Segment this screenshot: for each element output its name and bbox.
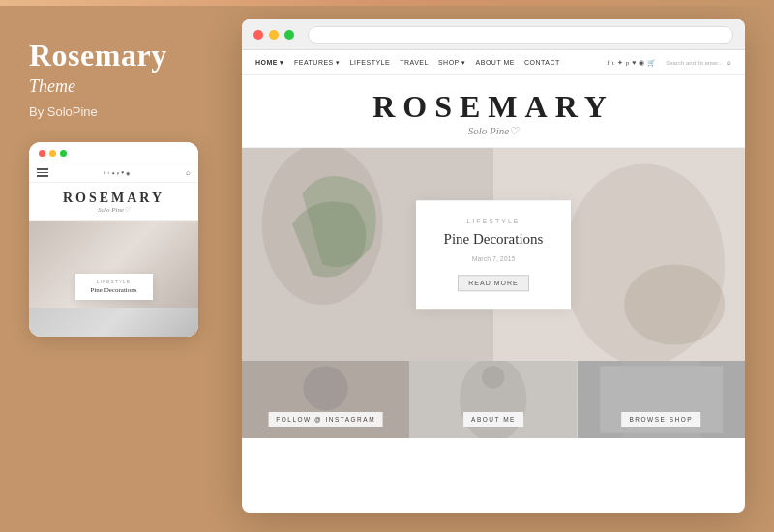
site-logo-area: ROSEMARY Solo Pine♡ xyxy=(242,75,745,148)
mobile-chrome xyxy=(29,142,198,163)
bottom-cell-about: ABOUT ME xyxy=(409,361,577,438)
mobile-hero-image: LIFESTYLE Pine Decorations xyxy=(29,221,198,308)
mobile-minimize-dot xyxy=(49,150,56,157)
twitter-icon: t xyxy=(107,170,108,175)
nav-home[interactable]: HOME ▾ xyxy=(255,59,284,67)
byline: By SoloPine xyxy=(29,104,203,119)
mobile-search-icon[interactable]: ⌕ xyxy=(186,168,191,177)
nav-twitter-icon[interactable]: t xyxy=(612,59,614,67)
hamburger-icon[interactable] xyxy=(37,168,48,177)
browser-address-bar[interactable] xyxy=(308,26,733,44)
mobile-card-category: LIFESTYLE xyxy=(83,279,145,284)
svg-rect-12 xyxy=(622,361,700,438)
bottom-cell-instagram: FOLLOW @ INSTAGRAM xyxy=(242,361,409,438)
site-logo-sub: Solo Pine♡ xyxy=(242,125,745,137)
svg-point-6 xyxy=(304,366,348,410)
mobile-logo-sub: Solo Pine♡ xyxy=(39,206,189,214)
hero-category: LIFESTYLE xyxy=(437,218,550,224)
about-me-label[interactable]: ABOUT ME xyxy=(463,412,523,427)
mobile-nav: f t ✦ p ♥ ◉ ⌕ xyxy=(29,163,198,183)
hero-title: Pine Decorations xyxy=(437,230,550,250)
bottom-cell-shop: BROWSE SHOP xyxy=(578,361,745,438)
svg-point-9 xyxy=(482,366,504,388)
mobile-post-card: LIFESTYLE Pine Decorations xyxy=(75,274,153,300)
nav-rss-icon[interactable]: ◉ xyxy=(639,59,644,67)
theme-label: Theme xyxy=(29,76,203,97)
mobile-card-title: Pine Decorations xyxy=(83,286,145,295)
mobile-bottom-strip xyxy=(29,308,198,337)
read-more-button[interactable]: READ MORE xyxy=(458,275,528,291)
site-logo-text: ROSEMARY xyxy=(242,89,745,125)
nav-features[interactable]: FEATURES ▾ xyxy=(294,59,341,67)
browser-minimize-dot[interactable] xyxy=(269,30,279,40)
search-placeholder: Search and hit enter... xyxy=(666,60,723,66)
bottom-strip: FOLLOW @ INSTAGRAM ABOUT ME xyxy=(242,361,745,438)
instagram-icon: ✦ xyxy=(111,170,115,176)
pinterest-icon: p xyxy=(117,170,120,175)
rss-icon: ◉ xyxy=(126,170,130,176)
website-content: HOME ▾ FEATURES ▾ LIFESTYLE TRAVEL SHOP … xyxy=(242,50,745,513)
browse-shop-label[interactable]: BROWSE SHOP xyxy=(622,412,701,427)
nav-search-icon[interactable]: ⌕ xyxy=(727,58,731,67)
nav-facebook-icon[interactable]: f xyxy=(607,59,609,67)
heart-icon: ♥ xyxy=(121,170,124,175)
theme-name: Rosemary xyxy=(29,39,203,73)
facebook-icon: f xyxy=(104,170,106,175)
site-nav: HOME ▾ FEATURES ▾ LIFESTYLE TRAVEL SHOP … xyxy=(242,50,745,75)
nav-shop[interactable]: SHOP ▾ xyxy=(438,59,466,67)
primary-nav: HOME ▾ FEATURES ▾ LIFESTYLE TRAVEL SHOP … xyxy=(255,59,560,67)
mobile-logo-text: ROSEMARY xyxy=(39,191,189,206)
nav-contact[interactable]: CONTACT xyxy=(524,59,560,66)
mobile-close-dot xyxy=(39,150,45,157)
sidebar: Rosemary Theme By SoloPine f t ✦ xyxy=(0,0,232,532)
mobile-social-bar: f t ✦ p ♥ ◉ xyxy=(104,170,131,176)
nav-social-icons: f t ✦ p ♥ ◉ 🛒 xyxy=(607,59,656,67)
nav-travel[interactable]: TRAVEL xyxy=(400,59,429,66)
browser-preview: HOME ▾ FEATURES ▾ LIFESTYLE TRAVEL SHOP … xyxy=(242,19,745,513)
shop-cell-bg xyxy=(578,361,745,438)
mobile-window-controls xyxy=(39,150,67,157)
nav-lifestyle[interactable]: LIFESTYLE xyxy=(350,59,390,66)
nav-pinterest-icon[interactable]: p xyxy=(626,59,630,67)
instagram-cell-bg xyxy=(242,361,409,438)
svg-point-4 xyxy=(624,264,725,344)
browser-chrome xyxy=(242,19,745,50)
browser-close-dot[interactable] xyxy=(253,30,263,40)
nav-about[interactable]: ABOUT ME xyxy=(476,59,515,66)
mobile-preview: f t ✦ p ♥ ◉ ⌕ ROSEMARY Solo Pine♡ LIFEST… xyxy=(29,142,198,337)
browser-maximize-dot[interactable] xyxy=(284,30,294,40)
mobile-logo-area: ROSEMARY Solo Pine♡ xyxy=(29,183,198,221)
instagram-label[interactable]: FOLLOW @ INSTAGRAM xyxy=(268,412,383,427)
nav-cart-icon[interactable]: 🛒 xyxy=(647,59,656,67)
nav-instagram-icon[interactable]: ✦ xyxy=(617,59,623,67)
hero-date: March 7, 2015 xyxy=(437,255,550,262)
hero-section: LIFESTYLE Pine Decorations March 7, 2015… xyxy=(242,148,745,361)
nav-heart-icon[interactable]: ♥ xyxy=(632,59,636,67)
nav-search-area: Search and hit enter... ⌕ xyxy=(666,58,731,67)
hero-card: LIFESTYLE Pine Decorations March 7, 2015… xyxy=(416,200,571,309)
mobile-maximize-dot xyxy=(60,150,67,157)
about-cell-bg xyxy=(409,361,577,438)
